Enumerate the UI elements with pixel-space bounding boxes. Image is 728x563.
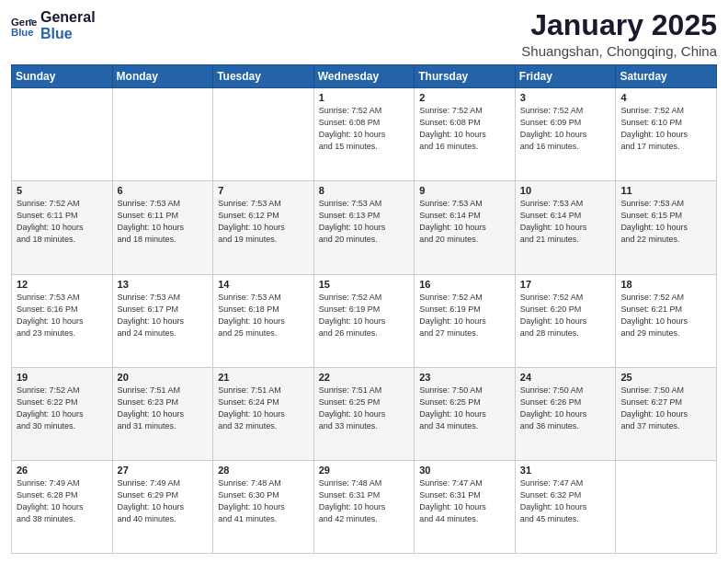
day-number: 28 (218, 465, 309, 476)
day-info: Sunrise: 7:51 AM Sunset: 6:24 PM Dayligh… (218, 385, 309, 432)
day-info: Sunrise: 7:47 AM Sunset: 6:32 PM Dayligh… (520, 477, 611, 525)
calendar-cell: 9Sunrise: 7:53 AM Sunset: 6:14 PM Daylig… (415, 181, 516, 274)
day-info: Sunrise: 7:52 AM Sunset: 6:08 PM Dayligh… (319, 105, 410, 153)
day-number: 13 (118, 279, 209, 290)
day-info: Sunrise: 7:52 AM Sunset: 6:11 PM Dayligh… (17, 198, 108, 246)
day-number: 18 (620, 279, 711, 290)
calendar-cell: 24Sunrise: 7:50 AM Sunset: 6:26 PM Dayli… (515, 367, 616, 460)
day-number: 21 (218, 372, 309, 383)
day-info: Sunrise: 7:52 AM Sunset: 6:22 PM Dayligh… (17, 385, 108, 432)
logo-blue: Blue (40, 26, 96, 42)
day-number: 11 (620, 185, 711, 196)
title-block: January 2025 Shuangshan, Chongqing, Chin… (521, 9, 717, 59)
day-info: Sunrise: 7:53 AM Sunset: 6:13 PM Dayligh… (319, 198, 410, 246)
day-info: Sunrise: 7:53 AM Sunset: 6:11 PM Dayligh… (118, 198, 209, 246)
day-number: 9 (419, 185, 510, 196)
day-info: Sunrise: 7:52 AM Sunset: 6:20 PM Dayligh… (520, 292, 611, 339)
day-info: Sunrise: 7:52 AM Sunset: 6:19 PM Dayligh… (419, 292, 510, 339)
day-number: 14 (218, 279, 309, 290)
day-number: 29 (319, 465, 410, 476)
day-number: 7 (218, 185, 309, 196)
day-number: 3 (520, 92, 611, 103)
calendar-cell (112, 88, 213, 181)
day-header-wednesday: Wednesday (313, 65, 415, 88)
day-number: 6 (118, 185, 209, 196)
calendar-page: General Blue General Blue January 2025 S… (0, 0, 728, 563)
day-number: 24 (520, 372, 611, 383)
logo-icon: General Blue (11, 13, 37, 39)
day-number: 27 (118, 465, 209, 476)
logo-general: General (40, 9, 96, 26)
day-header-saturday: Saturday (616, 65, 717, 88)
day-info: Sunrise: 7:47 AM Sunset: 6:31 PM Dayligh… (419, 477, 510, 525)
day-header-tuesday: Tuesday (213, 65, 314, 88)
week-row-3: 12Sunrise: 7:53 AM Sunset: 6:16 PM Dayli… (12, 274, 717, 367)
week-row-2: 5Sunrise: 7:52 AM Sunset: 6:11 PM Daylig… (12, 181, 717, 274)
calendar-cell (616, 460, 717, 553)
day-number: 2 (419, 92, 510, 103)
day-info: Sunrise: 7:53 AM Sunset: 6:14 PM Dayligh… (419, 198, 510, 246)
calendar-cell (213, 88, 314, 181)
calendar-cell: 1Sunrise: 7:52 AM Sunset: 6:08 PM Daylig… (313, 88, 415, 181)
day-info: Sunrise: 7:52 AM Sunset: 6:19 PM Dayligh… (319, 292, 410, 339)
week-row-4: 19Sunrise: 7:52 AM Sunset: 6:22 PM Dayli… (12, 367, 717, 460)
day-info: Sunrise: 7:52 AM Sunset: 6:21 PM Dayligh… (620, 292, 711, 339)
day-info: Sunrise: 7:51 AM Sunset: 6:23 PM Dayligh… (118, 385, 209, 432)
day-number: 20 (118, 372, 209, 383)
calendar-cell: 19Sunrise: 7:52 AM Sunset: 6:22 PM Dayli… (12, 367, 113, 460)
calendar-cell: 22Sunrise: 7:51 AM Sunset: 6:25 PM Dayli… (313, 367, 415, 460)
calendar-cell: 30Sunrise: 7:47 AM Sunset: 6:31 PM Dayli… (415, 460, 516, 553)
day-number: 26 (17, 465, 108, 476)
calendar-cell (12, 88, 113, 181)
day-header-thursday: Thursday (415, 65, 516, 88)
calendar-cell: 21Sunrise: 7:51 AM Sunset: 6:24 PM Dayli… (213, 367, 314, 460)
calendar-cell: 10Sunrise: 7:53 AM Sunset: 6:14 PM Dayli… (515, 181, 616, 274)
calendar-cell: 23Sunrise: 7:50 AM Sunset: 6:25 PM Dayli… (415, 367, 516, 460)
day-number: 31 (520, 465, 611, 476)
day-number: 22 (319, 372, 410, 383)
day-number: 25 (620, 372, 711, 383)
calendar-cell: 11Sunrise: 7:53 AM Sunset: 6:15 PM Dayli… (616, 181, 717, 274)
day-number: 1 (319, 92, 410, 103)
calendar-cell: 25Sunrise: 7:50 AM Sunset: 6:27 PM Dayli… (616, 367, 717, 460)
calendar-cell: 20Sunrise: 7:51 AM Sunset: 6:23 PM Dayli… (112, 367, 213, 460)
calendar-cell: 5Sunrise: 7:52 AM Sunset: 6:11 PM Daylig… (12, 181, 113, 274)
day-info: Sunrise: 7:53 AM Sunset: 6:15 PM Dayligh… (620, 198, 711, 246)
day-number: 4 (620, 92, 711, 103)
day-info: Sunrise: 7:48 AM Sunset: 6:31 PM Dayligh… (319, 477, 410, 525)
calendar-title: January 2025 (521, 9, 717, 41)
day-header-friday: Friday (515, 65, 616, 88)
day-info: Sunrise: 7:53 AM Sunset: 6:16 PM Dayligh… (17, 292, 108, 339)
calendar-table: SundayMondayTuesdayWednesdayThursdayFrid… (11, 64, 717, 554)
day-number: 5 (17, 185, 108, 196)
day-number: 16 (419, 279, 510, 290)
calendar-cell: 2Sunrise: 7:52 AM Sunset: 6:08 PM Daylig… (415, 88, 516, 181)
day-number: 8 (319, 185, 410, 196)
week-row-5: 26Sunrise: 7:49 AM Sunset: 6:28 PM Dayli… (12, 460, 717, 553)
svg-text:Blue: Blue (11, 28, 34, 39)
day-info: Sunrise: 7:49 AM Sunset: 6:28 PM Dayligh… (17, 477, 108, 525)
day-header-monday: Monday (112, 65, 213, 88)
calendar-cell: 27Sunrise: 7:49 AM Sunset: 6:29 PM Dayli… (112, 460, 213, 553)
day-info: Sunrise: 7:53 AM Sunset: 6:14 PM Dayligh… (520, 198, 611, 246)
calendar-cell: 31Sunrise: 7:47 AM Sunset: 6:32 PM Dayli… (515, 460, 616, 553)
calendar-cell: 17Sunrise: 7:52 AM Sunset: 6:20 PM Dayli… (515, 274, 616, 367)
day-info: Sunrise: 7:50 AM Sunset: 6:25 PM Dayligh… (419, 385, 510, 432)
calendar-cell: 13Sunrise: 7:53 AM Sunset: 6:17 PM Dayli… (112, 274, 213, 367)
day-info: Sunrise: 7:52 AM Sunset: 6:09 PM Dayligh… (520, 105, 611, 153)
day-info: Sunrise: 7:51 AM Sunset: 6:25 PM Dayligh… (319, 385, 410, 432)
day-number: 10 (520, 185, 611, 196)
calendar-cell: 16Sunrise: 7:52 AM Sunset: 6:19 PM Dayli… (415, 274, 516, 367)
header: General Blue General Blue January 2025 S… (11, 9, 717, 59)
calendar-cell: 15Sunrise: 7:52 AM Sunset: 6:19 PM Dayli… (313, 274, 415, 367)
days-header-row: SundayMondayTuesdayWednesdayThursdayFrid… (12, 65, 717, 88)
day-info: Sunrise: 7:50 AM Sunset: 6:26 PM Dayligh… (520, 385, 611, 432)
day-info: Sunrise: 7:53 AM Sunset: 6:18 PM Dayligh… (218, 292, 309, 339)
calendar-cell: 12Sunrise: 7:53 AM Sunset: 6:16 PM Dayli… (12, 274, 113, 367)
day-info: Sunrise: 7:53 AM Sunset: 6:12 PM Dayligh… (218, 198, 309, 246)
day-header-sunday: Sunday (12, 65, 113, 88)
day-number: 15 (319, 279, 410, 290)
day-info: Sunrise: 7:52 AM Sunset: 6:08 PM Dayligh… (419, 105, 510, 153)
day-number: 17 (520, 279, 611, 290)
week-row-1: 1Sunrise: 7:52 AM Sunset: 6:08 PM Daylig… (12, 88, 717, 181)
